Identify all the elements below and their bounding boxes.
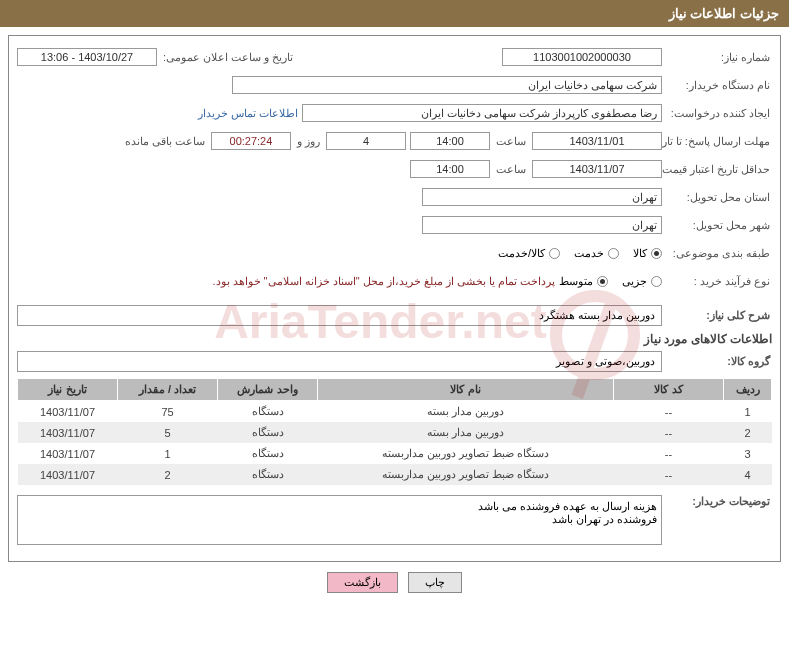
table-cell: 1403/11/07: [18, 464, 118, 485]
row-process: نوع فرآیند خرید : جزیی متوسط پرداخت تمام…: [17, 270, 772, 292]
radio-medium[interactable]: متوسط: [559, 275, 608, 288]
buyer-notes-label: توضیحات خریدار:: [666, 495, 772, 508]
contact-link[interactable]: اطلاعات تماس خریدار: [198, 107, 298, 120]
table-cell: دستگاه: [218, 401, 318, 423]
items-table: ردیف کد کالا نام کالا واحد شمارش تعداد /…: [17, 378, 772, 485]
table-head: ردیف کد کالا نام کالا واحد شمارش تعداد /…: [18, 379, 772, 401]
radio-both[interactable]: کالا/خدمت: [498, 247, 560, 260]
print-button[interactable]: چاپ: [408, 572, 462, 593]
table-row: 1--دوربین مدار بستهدستگاه751403/11/07: [18, 401, 772, 423]
table-cell: 5: [118, 422, 218, 443]
table-row: 2--دوربین مدار بستهدستگاه51403/11/07: [18, 422, 772, 443]
category-label: طبقه بندی موضوعی:: [666, 247, 772, 260]
table-cell: --: [614, 464, 724, 485]
table-cell: دستگاه ضبط تصاویر دوربین مداربسته: [318, 443, 614, 464]
page-header: جزئیات اطلاعات نیاز: [0, 0, 789, 27]
table-cell: 2: [118, 464, 218, 485]
page-title: جزئیات اطلاعات نیاز: [669, 6, 779, 21]
button-row: چاپ بازگشت: [0, 572, 789, 593]
radio-icon: [651, 276, 662, 287]
row-buyer-notes: توضیحات خریدار: هزینه ارسال به عهده فروش…: [17, 495, 772, 545]
table-cell: --: [614, 443, 724, 464]
requester-label: ایجاد کننده درخواست:: [666, 107, 772, 120]
city-label: شهر محل تحویل:: [666, 219, 772, 232]
row-city: شهر محل تحویل: تهران: [17, 214, 772, 236]
category-radios: کالا خدمت کالا/خدمت: [498, 247, 662, 260]
validity-time: 14:00: [410, 160, 490, 178]
radio-icon: [549, 248, 560, 259]
table-cell: دستگاه: [218, 464, 318, 485]
days-value: 4: [326, 132, 406, 150]
table-cell: 1403/11/07: [18, 443, 118, 464]
th-qty: تعداد / مقدار: [118, 379, 218, 401]
process-radios: جزیی متوسط: [559, 275, 662, 288]
deadline-date: 1403/11/01: [532, 132, 662, 150]
row-category: طبقه بندی موضوعی: کالا خدمت کالا/خدمت: [17, 242, 772, 264]
days-label: روز و: [295, 135, 322, 148]
table-cell: دوربین مدار بسته: [318, 401, 614, 423]
table-cell: 1: [724, 401, 772, 423]
items-section-title: اطلاعات کالاهای مورد نیاز: [17, 332, 772, 346]
process-label: نوع فرآیند خرید :: [666, 275, 772, 288]
row-desc: شرح کلی نیاز: دوربین مدار بسته هشتگرد: [17, 304, 772, 326]
need-number-label: شماره نیاز:: [666, 51, 772, 64]
time-label-1: ساعت: [494, 135, 528, 148]
desc-value: دوربین مدار بسته هشتگرد: [17, 305, 662, 326]
deadline-label: مهلت ارسال پاسخ: تا تاریخ:: [666, 135, 772, 148]
requester-value: رضا مصطفوی کارپرداز شرکت سهامی دخانیات ا…: [302, 104, 662, 122]
table-cell: دوربین مدار بسته: [318, 422, 614, 443]
row-group: گروه کالا: دوربین،صوتی و تصویر: [17, 350, 772, 372]
radio-service[interactable]: خدمت: [574, 247, 619, 260]
deadline-time: 14:00: [410, 132, 490, 150]
th-row: ردیف: [724, 379, 772, 401]
table-cell: 75: [118, 401, 218, 423]
validity-date: 1403/11/07: [532, 160, 662, 178]
province-value: تهران: [422, 188, 662, 206]
th-code: کد کالا: [614, 379, 724, 401]
table-body: 1--دوربین مدار بستهدستگاه751403/11/072--…: [18, 401, 772, 486]
th-date: تاریخ نیاز: [18, 379, 118, 401]
row-validity: حداقل تاریخ اعتبار قیمت: تا تاریخ: 1403/…: [17, 158, 772, 180]
row-province: استان محل تحویل: تهران: [17, 186, 772, 208]
table-cell: 1403/11/07: [18, 422, 118, 443]
table-cell: 4: [724, 464, 772, 485]
table-cell: 2: [724, 422, 772, 443]
time-label-2: ساعت: [494, 163, 528, 176]
desc-label: شرح کلی نیاز:: [666, 309, 772, 322]
back-button[interactable]: بازگشت: [327, 572, 398, 593]
announce-value: 1403/10/27 - 13:06: [17, 48, 157, 66]
group-value: دوربین،صوتی و تصویر: [17, 351, 662, 372]
table-row: 4--دستگاه ضبط تصاویر دوربین مداربستهدستگ…: [18, 464, 772, 485]
table-cell: --: [614, 422, 724, 443]
buyer-value: شرکت سهامی دخانیات ایران: [232, 76, 662, 94]
table-cell: 1403/11/07: [18, 401, 118, 423]
radio-minor[interactable]: جزیی: [622, 275, 662, 288]
radio-icon: [608, 248, 619, 259]
table-cell: 3: [724, 443, 772, 464]
remaining-label: ساعت باقی مانده: [123, 135, 207, 148]
buyer-notes-value: هزینه ارسال به عهده فروشنده می باشد فروش…: [17, 495, 662, 545]
group-label: گروه کالا:: [666, 355, 772, 368]
table-cell: دستگاه ضبط تصاویر دوربین مداربسته: [318, 464, 614, 485]
radio-goods[interactable]: کالا: [633, 247, 662, 260]
table-cell: دستگاه: [218, 422, 318, 443]
city-value: تهران: [422, 216, 662, 234]
radio-icon: [597, 276, 608, 287]
process-note: پرداخت تمام یا بخشی از مبلغ خرید،از محل …: [212, 275, 555, 288]
radio-icon: [651, 248, 662, 259]
th-name: نام کالا: [318, 379, 614, 401]
announce-label: تاریخ و ساعت اعلان عمومی:: [161, 51, 295, 64]
buyer-label: نام دستگاه خریدار:: [666, 79, 772, 92]
countdown: 00:27:24: [211, 132, 291, 150]
validity-label: حداقل تاریخ اعتبار قیمت: تا تاریخ:: [666, 163, 772, 176]
row-deadline: مهلت ارسال پاسخ: تا تاریخ: 1403/11/01 سا…: [17, 130, 772, 152]
province-label: استان محل تحویل:: [666, 191, 772, 204]
need-number-value: 1103001002000030: [502, 48, 662, 66]
row-requester: ایجاد کننده درخواست: رضا مصطفوی کارپرداز…: [17, 102, 772, 124]
content-wrapper: AriaTender.net شماره نیاز: 1103001002000…: [0, 35, 789, 593]
th-unit: واحد شمارش: [218, 379, 318, 401]
table-row: 3--دستگاه ضبط تصاویر دوربین مداربستهدستگ…: [18, 443, 772, 464]
row-buyer: نام دستگاه خریدار: شرکت سهامی دخانیات ای…: [17, 74, 772, 96]
table-cell: --: [614, 401, 724, 423]
table-cell: دستگاه: [218, 443, 318, 464]
